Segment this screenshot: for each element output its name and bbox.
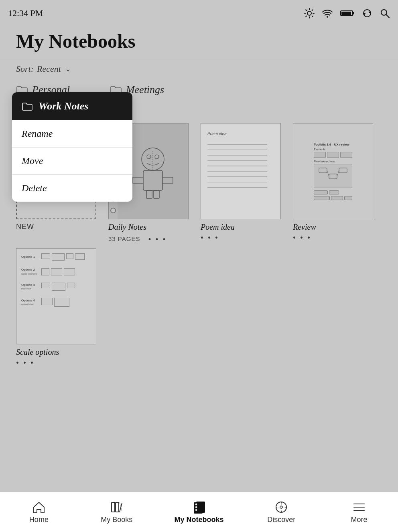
svg-rect-21 <box>154 190 159 198</box>
notebook-poem-idea[interactable]: Poem idea Poem idea • • • <box>201 123 281 244</box>
context-menu-caret <box>30 121 40 127</box>
notebook-scale-options-cover[interactable]: Options 1 Options 2some text here <box>16 248 96 344</box>
notebook-daily-notes-menu[interactable]: • • • <box>148 235 167 244</box>
nav-my-books-label: My Books <box>101 516 132 524</box>
notebook-daily-notes-meta: 33 PAGES • • • <box>108 233 167 244</box>
poem-lines <box>207 144 274 193</box>
nav-home-label: Home <box>29 516 49 524</box>
context-menu-title: Work Notes <box>39 100 88 112</box>
svg-rect-27 <box>112 502 115 512</box>
notebook-scale-title: Scale options <box>16 348 59 357</box>
notebook-scale-options[interactable]: Options 1 Options 2some text here <box>16 248 96 368</box>
sort-label: Sort: <box>16 64 34 74</box>
notebooks-grid-row2: Options 1 Options 2some text here <box>0 248 398 368</box>
notebook-review-title: Review <box>293 223 316 232</box>
chevron-down-icon[interactable]: ⌄ <box>65 65 71 73</box>
svg-rect-11 <box>341 12 351 15</box>
battery-icon <box>340 10 355 17</box>
bottom-nav: Home My Books My Notebooks <box>0 492 398 532</box>
svg-line-26 <box>337 170 339 176</box>
svg-line-14 <box>386 14 390 18</box>
svg-rect-24 <box>339 168 347 173</box>
folder-meetings-label: Meetings <box>126 84 164 96</box>
context-menu-delete[interactable]: Delete <box>12 175 132 202</box>
nav-my-notebooks[interactable]: My Notebooks <box>174 501 223 524</box>
svg-line-25 <box>327 170 329 176</box>
notebooks-icon <box>192 501 206 514</box>
svg-rect-30 <box>194 502 203 514</box>
wifi-icon <box>322 9 333 18</box>
page-header: My Notebooks <box>0 26 398 58</box>
svg-line-5 <box>306 10 307 10</box>
context-menu-items: Rename Move Delete <box>12 120 132 202</box>
discover-icon <box>274 501 288 514</box>
review-cover-content: Toolkits 1.6 - UX review Elements Flow i… <box>314 143 352 200</box>
scale-cover-content: Options 1 Options 2some text here <box>21 253 91 339</box>
sync-icon[interactable] <box>362 8 372 18</box>
svg-line-6 <box>312 16 313 16</box>
poem-cover-content: Poem idea <box>201 123 280 219</box>
status-time: 12:34 PM <box>8 8 43 18</box>
notebook-daily-notes-pages: 33 PAGES <box>108 235 140 242</box>
books-icon <box>110 501 124 514</box>
context-menu: Work Notes Rename Move Delete <box>12 92 132 202</box>
search-icon[interactable] <box>380 8 390 18</box>
notebook-scale-menu[interactable]: • • • <box>16 358 35 368</box>
more-icon <box>352 501 366 514</box>
context-menu-header: Work Notes <box>12 92 132 120</box>
svg-point-0 <box>307 11 311 15</box>
nav-my-notebooks-label: My Notebooks <box>174 516 223 524</box>
nav-more-label: More <box>351 516 368 524</box>
svg-rect-12 <box>353 12 354 14</box>
nav-discover[interactable]: Discover <box>261 501 301 524</box>
notebook-review-cover[interactable]: Toolkits 1.6 - UX review Elements Flow i… <box>293 123 373 219</box>
svg-rect-23 <box>329 174 337 179</box>
svg-rect-20 <box>146 190 152 198</box>
svg-rect-28 <box>116 502 119 512</box>
nav-my-books[interactable]: My Books <box>97 501 137 524</box>
svg-line-7 <box>312 10 313 10</box>
svg-rect-18 <box>143 170 162 190</box>
nav-more[interactable]: More <box>339 501 379 524</box>
notebook-poem-menu[interactable]: • • • <box>201 233 219 243</box>
svg-point-17 <box>155 155 159 159</box>
notebook-daily-notes-title: Daily Notes <box>108 223 146 232</box>
notebook-new-label: NEW <box>16 223 34 231</box>
sort-bar[interactable]: Sort: Recent ⌄ <box>0 58 398 80</box>
context-menu-move[interactable]: Move <box>12 148 132 175</box>
svg-point-33 <box>195 509 197 511</box>
svg-line-8 <box>306 16 307 16</box>
svg-point-16 <box>147 155 151 159</box>
context-folder-icon <box>22 102 33 111</box>
svg-point-32 <box>195 506 197 508</box>
home-icon <box>32 501 46 514</box>
nav-home[interactable]: Home <box>19 501 59 524</box>
page-title: My Notebooks <box>16 30 382 52</box>
status-bar: 12:34 PM <box>0 0 398 26</box>
brightness-icon[interactable] <box>304 8 315 18</box>
notebook-review-menu[interactable]: • • • <box>293 233 311 243</box>
svg-rect-22 <box>319 168 327 173</box>
notebook-poem-idea-cover[interactable]: Poem idea <box>201 123 281 219</box>
nav-discover-label: Discover <box>267 516 295 524</box>
svg-point-31 <box>195 503 197 505</box>
notebook-review[interactable]: Toolkits 1.6 - UX review Elements Flow i… <box>293 123 373 244</box>
notebook-poem-title: Poem idea <box>201 223 235 232</box>
status-icons <box>304 8 390 18</box>
sort-value[interactable]: Recent <box>37 64 61 74</box>
svg-point-9 <box>327 16 328 18</box>
